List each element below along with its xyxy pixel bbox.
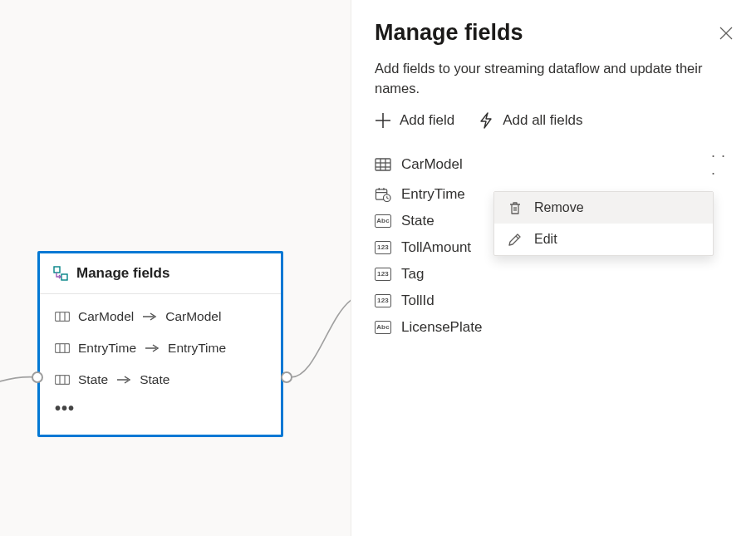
field-row-licenseplate[interactable]: Abc LicensePlate bbox=[375, 315, 731, 340]
add-all-fields-label: Add all fields bbox=[503, 112, 582, 129]
manage-fields-icon bbox=[53, 266, 68, 281]
close-icon bbox=[719, 27, 733, 40]
arrow-right-icon bbox=[142, 312, 157, 321]
field-row-carmodel[interactable]: CarModel · · · bbox=[375, 149, 731, 180]
field-name: EntryTime bbox=[401, 186, 465, 203]
context-menu-label: Remove bbox=[534, 200, 584, 215]
close-button[interactable] bbox=[714, 22, 738, 45]
node-mapping-row[interactable]: CarModel CarModel bbox=[40, 301, 281, 332]
text-type-icon: Abc bbox=[375, 320, 391, 335]
node-header: Manage fields bbox=[40, 253, 281, 294]
column-icon bbox=[55, 375, 70, 385]
column-icon bbox=[55, 312, 70, 322]
mapping-target: EntryTime bbox=[168, 341, 226, 356]
context-menu-label: Edit bbox=[534, 232, 557, 247]
add-all-fields-button[interactable]: Add all fields bbox=[478, 112, 582, 129]
diagram-canvas[interactable]: Manage fields CarModel CarModel EntryTim… bbox=[0, 0, 351, 536]
node-input-port[interactable] bbox=[32, 371, 43, 383]
mapping-source: State bbox=[78, 372, 108, 387]
add-field-button[interactable]: Add field bbox=[375, 112, 454, 129]
node-more-mappings[interactable]: ••• bbox=[40, 396, 281, 426]
field-name: State bbox=[401, 213, 434, 229]
manage-fields-node[interactable]: Manage fields CarModel CarModel EntryTim… bbox=[37, 251, 283, 437]
field-more-button[interactable]: · · · bbox=[711, 153, 734, 176]
plus-icon bbox=[375, 112, 391, 129]
add-field-label: Add field bbox=[400, 112, 454, 129]
field-name: Tag bbox=[401, 266, 424, 283]
field-name: TollAmount bbox=[401, 239, 471, 256]
number-type-icon: 123 bbox=[375, 267, 391, 282]
field-name: TollId bbox=[401, 293, 434, 309]
context-menu-edit[interactable]: Edit bbox=[494, 224, 713, 255]
field-name: LicensePlate bbox=[401, 319, 482, 336]
text-type-icon: Abc bbox=[375, 214, 391, 229]
trash-icon bbox=[508, 200, 523, 215]
column-icon bbox=[55, 343, 70, 353]
panel-description: Add fields to your streaming dataflow an… bbox=[375, 59, 731, 99]
field-row-tag[interactable]: 123 Tag bbox=[375, 262, 731, 287]
number-type-icon: 123 bbox=[375, 293, 391, 308]
field-row-tollid[interactable]: 123 TollId bbox=[375, 288, 731, 313]
panel-actions: Add field Add all fields bbox=[375, 112, 731, 129]
context-menu-remove[interactable]: Remove bbox=[494, 192, 713, 224]
node-mappings-list: CarModel CarModel EntryTime EntryTime St… bbox=[40, 294, 281, 435]
mapping-source: EntryTime bbox=[78, 341, 136, 356]
arrow-right-icon bbox=[145, 344, 160, 352]
node-output-port[interactable] bbox=[281, 371, 292, 383]
number-type-icon: 123 bbox=[375, 240, 391, 255]
arrow-right-icon bbox=[116, 376, 131, 384]
node-mapping-row[interactable]: State State bbox=[40, 364, 281, 396]
field-name: CarModel bbox=[401, 156, 463, 173]
field-context-menu: Remove Edit bbox=[493, 191, 714, 256]
table-type-icon bbox=[375, 157, 391, 172]
pencil-icon bbox=[508, 232, 523, 247]
node-mapping-row[interactable]: EntryTime EntryTime bbox=[40, 332, 281, 364]
mapping-target: CarModel bbox=[165, 309, 221, 324]
datetime-type-icon bbox=[375, 187, 391, 202]
mapping-source: CarModel bbox=[78, 309, 134, 324]
manage-fields-panel: Manage fields Add fields to your streami… bbox=[351, 0, 756, 536]
panel-title: Manage fields bbox=[375, 20, 731, 46]
node-title: Manage fields bbox=[76, 265, 169, 282]
bolt-icon bbox=[478, 112, 494, 129]
mapping-target: State bbox=[140, 372, 169, 387]
